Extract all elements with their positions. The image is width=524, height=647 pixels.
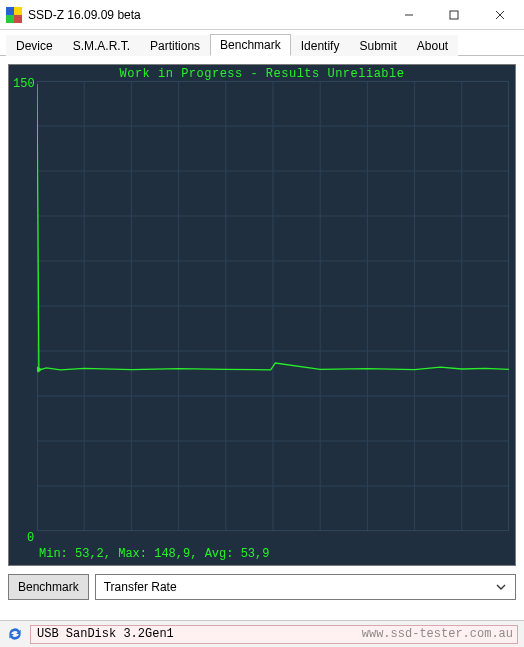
mode-select[interactable]: Transfer Rate xyxy=(95,574,516,600)
benchmark-button[interactable]: Benchmark xyxy=(8,574,89,600)
tab-device[interactable]: Device xyxy=(6,35,63,56)
maximize-button[interactable] xyxy=(431,0,476,29)
watermark: www.ssd-tester.com.au xyxy=(362,627,513,641)
chart-title: Work in Progress - Results Unreliable xyxy=(9,67,515,81)
svg-rect-5 xyxy=(450,11,458,19)
tab-benchmark[interactable]: Benchmark xyxy=(210,34,291,56)
mode-select-label: Transfer Rate xyxy=(104,580,177,594)
tab-smart[interactable]: S.M.A.R.T. xyxy=(63,35,140,56)
refresh-icon[interactable] xyxy=(6,625,24,643)
close-button[interactable] xyxy=(476,0,524,29)
content-area: Work in Progress - Results Unreliable 15… xyxy=(0,56,524,608)
status-device-label: USB SanDisk 3.2Gen1 xyxy=(37,627,174,641)
svg-rect-2 xyxy=(6,15,14,23)
benchmark-chart: Work in Progress - Results Unreliable 15… xyxy=(8,64,516,566)
chevron-down-icon xyxy=(495,581,507,593)
tab-about[interactable]: About xyxy=(407,35,458,56)
minimize-button[interactable] xyxy=(386,0,431,29)
tab-identify[interactable]: Identify xyxy=(291,35,350,56)
status-device-box[interactable]: USB SanDisk 3.2Gen1 www.ssd-tester.com.a… xyxy=(30,625,518,644)
chart-stats: Min: 53,2, Max: 148,9, Avg: 53,9 xyxy=(39,547,269,561)
window-controls xyxy=(386,0,524,29)
chart-ymin-label: 0 xyxy=(27,531,34,545)
benchmark-controls: Benchmark Transfer Rate xyxy=(8,574,516,600)
svg-rect-3 xyxy=(14,15,22,23)
app-icon xyxy=(6,7,22,23)
statusbar: USB SanDisk 3.2Gen1 www.ssd-tester.com.a… xyxy=(0,620,524,647)
window-title: SSD-Z 16.09.09 beta xyxy=(28,8,386,22)
titlebar: SSD-Z 16.09.09 beta xyxy=(0,0,524,30)
chart-plot-area xyxy=(37,81,509,531)
tab-partitions[interactable]: Partitions xyxy=(140,35,210,56)
svg-rect-1 xyxy=(14,7,22,15)
tabstrip: Device S.M.A.R.T. Partitions Benchmark I… xyxy=(0,30,524,56)
svg-rect-0 xyxy=(6,7,14,15)
tab-submit[interactable]: Submit xyxy=(349,35,406,56)
chart-ymax-label: 150 xyxy=(13,77,35,91)
